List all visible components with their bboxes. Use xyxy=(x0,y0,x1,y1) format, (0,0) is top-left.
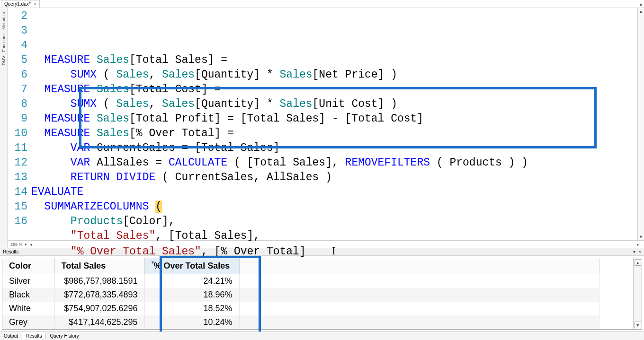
table-row[interactable]: Black$772,678,335.489318.96% xyxy=(2,288,599,302)
code-line[interactable]: Products[Color], xyxy=(31,214,637,229)
line-number: 13 xyxy=(8,170,27,185)
column-header[interactable]: Color xyxy=(2,258,54,274)
table-row[interactable]: White$754,907,025.629618.52% xyxy=(2,302,599,315)
column-header-spacer xyxy=(239,258,599,274)
zoom-level[interactable]: 259 % xyxy=(10,242,23,247)
line-number: 3 xyxy=(8,24,27,38)
table-row[interactable]: Silver$986,757,988.159124.21% xyxy=(2,274,599,288)
sidebar-item-dmv[interactable]: DMV xyxy=(1,56,6,65)
column-header[interactable]: Total Sales xyxy=(54,258,144,274)
code-line[interactable]: SUMX ( Sales, Sales[Quantity] * Sales[Ne… xyxy=(31,68,637,82)
results-panel: Results ▾ × ColorTotal Sales% Over Total… xyxy=(0,248,644,340)
line-number: 10 xyxy=(8,126,27,141)
bottom-tab-results[interactable]: Results xyxy=(22,332,46,340)
sidebar-item-functions[interactable]: Functions xyxy=(1,34,6,52)
results-title: Results xyxy=(3,249,18,254)
line-number: 16 xyxy=(8,214,27,229)
results-table[interactable]: ColorTotal Sales% Over Total SalesSilver… xyxy=(2,258,599,329)
bottom-tab-history[interactable]: Query History xyxy=(46,332,83,340)
close-icon[interactable]: × xyxy=(34,1,36,7)
code-editor[interactable]: 2345678910111213141516 MEASURE Sales[Tot… xyxy=(8,8,644,240)
app-root: Query1.dax* × ▾ Metadata Functions DMV 2… xyxy=(0,0,644,340)
scroll-up-icon[interactable]: ▲ xyxy=(639,9,643,14)
code-line[interactable]: RETURN DIVIDE ( CurrentSales, AllSales ) xyxy=(31,170,637,185)
results-body: ColorTotal Sales% Over Total SalesSilver… xyxy=(0,256,644,331)
bottom-tab-output[interactable]: Output xyxy=(0,332,22,340)
code-line[interactable]: MEASURE Sales[% Over Total] = xyxy=(31,126,637,141)
bottom-tab-bar: Output Results Query History xyxy=(0,331,644,340)
line-number: 14 xyxy=(8,185,27,200)
scroll-down-icon[interactable]: ▼ xyxy=(639,235,643,239)
code-line[interactable]: VAR CurrentSales = [Total Sales] xyxy=(31,141,637,156)
editor-vertical-scrollbar[interactable]: ▲ ▼ xyxy=(637,8,644,240)
sidebar-item-metadata[interactable]: Metadata xyxy=(1,12,6,30)
code-line[interactable]: SUMMARIZECOLUMNS ( xyxy=(31,200,637,214)
column-header[interactable]: % Over Total Sales xyxy=(144,258,239,274)
code-line[interactable]: "Total Sales", [Total Sales], xyxy=(31,229,637,244)
table-row[interactable]: Grey$417,144,625.29510.24% xyxy=(2,315,599,329)
file-tab-bar: Query1.dax* × ▾ xyxy=(0,0,644,8)
line-number: 12 xyxy=(8,156,27,170)
editor-wrap: 2345678910111213141516 MEASURE Sales[Tot… xyxy=(8,8,644,248)
file-tab-label: Query1.dax* xyxy=(4,1,31,7)
line-number: 6 xyxy=(8,68,27,82)
results-table-wrap: ColorTotal Sales% Over Total SalesSilver… xyxy=(2,258,633,329)
code-line[interactable]: SUMX ( Sales, Sales[Quantity] * Sales[Un… xyxy=(31,97,637,112)
close-panel-icon[interactable]: × xyxy=(638,249,641,254)
file-tab[interactable]: Query1.dax* × xyxy=(1,0,40,8)
line-number: 9 xyxy=(8,112,27,126)
grid-scroll-up-icon[interactable]: ▴ xyxy=(635,259,641,266)
line-number: 4 xyxy=(8,38,27,53)
line-number: 5 xyxy=(8,53,27,68)
code-line[interactable]: MEASURE Sales[Total Profit] = [Total Sal… xyxy=(31,112,637,126)
line-number: 11 xyxy=(8,141,27,156)
code-area[interactable]: MEASURE Sales[Total Sales] = SUMX ( Sale… xyxy=(31,8,637,240)
grid-vertical-scrollbar[interactable]: ▴ ▾ xyxy=(633,258,642,329)
code-line[interactable]: VAR AllSales = CALCULATE ( [Total Sales]… xyxy=(31,156,637,170)
code-line[interactable]: EVALUATE xyxy=(31,185,637,200)
line-number: 2 xyxy=(8,9,27,24)
code-line[interactable]: MEASURE Sales[Total Sales] = xyxy=(31,53,637,68)
main-split: Metadata Functions DMV 23456789101112131… xyxy=(0,8,644,248)
side-toolwindows: Metadata Functions DMV xyxy=(0,8,8,248)
line-number-gutter: 2345678910111213141516 xyxy=(8,8,31,240)
zoom-dropdown-icon[interactable]: ▾ xyxy=(25,242,27,247)
grid-scroll-down-icon[interactable]: ▾ xyxy=(635,322,641,328)
line-number: 8 xyxy=(8,97,27,112)
line-number: 7 xyxy=(8,82,27,97)
line-number: 15 xyxy=(8,200,27,214)
results-grid: ColorTotal Sales% Over Total SalesSilver… xyxy=(2,258,642,330)
tab-dropdown-icon[interactable]: ▾ xyxy=(640,2,642,8)
code-line[interactable]: MEASURE Sales[Total Cost] = xyxy=(31,82,637,97)
